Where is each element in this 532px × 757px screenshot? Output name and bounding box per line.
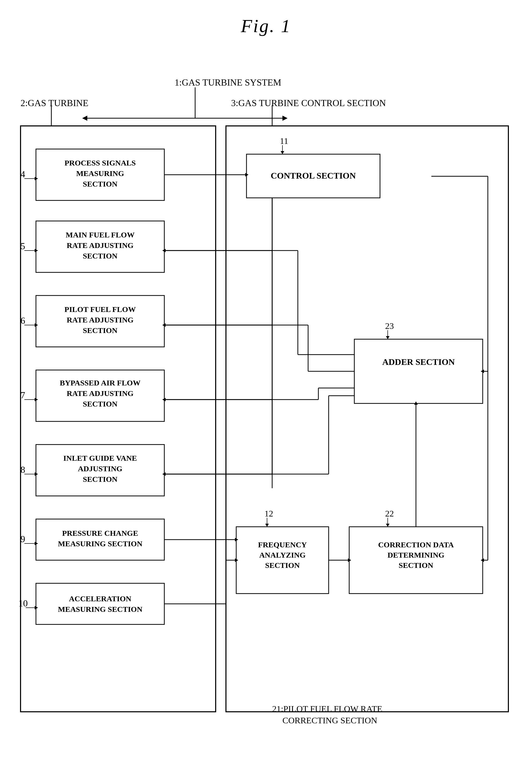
- svg-text:DETERMINING: DETERMINING: [387, 551, 444, 559]
- svg-text:SECTION: SECTION: [83, 475, 117, 483]
- svg-text:9: 9: [20, 534, 25, 544]
- svg-text:PROCESS SIGNALS: PROCESS SIGNALS: [65, 159, 136, 167]
- svg-text:22: 22: [385, 509, 394, 518]
- svg-text:6: 6: [20, 316, 25, 326]
- svg-text:CORRECTING SECTION: CORRECTING SECTION: [282, 716, 377, 725]
- svg-text:11: 11: [280, 136, 288, 146]
- svg-text:RATE ADJUSTING: RATE ADJUSTING: [67, 241, 133, 250]
- svg-marker-4: [282, 116, 288, 121]
- svg-rect-50: [236, 527, 329, 593]
- svg-text:RATE ADJUSTING: RATE ADJUSTING: [67, 389, 133, 398]
- svg-rect-54: [349, 527, 483, 593]
- svg-text:10: 10: [18, 598, 28, 609]
- svg-text:ANALYZING: ANALYZING: [259, 551, 306, 559]
- svg-text:PRESSURE CHANGE: PRESSURE CHANGE: [62, 529, 138, 537]
- svg-text:PILOT FUEL FLOW: PILOT FUEL FLOW: [65, 305, 136, 314]
- svg-rect-35: [36, 583, 164, 624]
- svg-rect-10: [226, 126, 508, 712]
- svg-text:4: 4: [20, 169, 25, 179]
- svg-text:RATE ADJUSTING: RATE ADJUSTING: [67, 316, 133, 324]
- svg-text:CONTROL SECTION: CONTROL SECTION: [271, 171, 356, 180]
- svg-text:12: 12: [265, 509, 273, 518]
- svg-marker-3: [82, 116, 87, 121]
- svg-text:5: 5: [20, 241, 25, 251]
- svg-text:SECTION: SECTION: [265, 561, 300, 569]
- svg-text:SECTION: SECTION: [399, 561, 433, 569]
- svg-text:ADJUSTING: ADJUSTING: [78, 464, 122, 473]
- svg-text:8: 8: [20, 465, 25, 475]
- svg-text:7: 7: [20, 390, 25, 400]
- diagram-svg: 4 5 6 7 8 9 10 11: [0, 0, 532, 757]
- svg-rect-46: [354, 339, 483, 404]
- svg-text:ACCELERATION: ACCELERATION: [69, 594, 131, 603]
- page: Fig. 1 1:GAS TURBINE SYSTEM 2:GAS TURBIN…: [0, 0, 532, 757]
- svg-text:SECTION: SECTION: [83, 400, 117, 408]
- svg-text:MEASURING SECTION: MEASURING SECTION: [58, 539, 143, 548]
- svg-text:INLET GUIDE VANE: INLET GUIDE VANE: [64, 454, 137, 462]
- svg-text:MEASURING: MEASURING: [76, 169, 124, 178]
- svg-text:SECTION: SECTION: [83, 252, 117, 260]
- svg-text:SECTION: SECTION: [83, 326, 117, 335]
- svg-text:21:PILOT FUEL FLOW RATE: 21:PILOT FUEL FLOW RATE: [272, 704, 382, 713]
- svg-text:MAIN FUEL FLOW: MAIN FUEL FLOW: [66, 230, 134, 239]
- svg-text:ADDER SECTION: ADDER SECTION: [382, 357, 455, 367]
- svg-text:MEASURING SECTION: MEASURING SECTION: [58, 605, 143, 613]
- svg-text:FREQUENCY: FREQUENCY: [258, 540, 307, 549]
- svg-text:CORRECTION DATA: CORRECTION DATA: [378, 540, 454, 549]
- svg-text:SECTION: SECTION: [83, 180, 117, 188]
- svg-text:BYPASSED AIR FLOW: BYPASSED AIR FLOW: [60, 378, 141, 387]
- svg-text:23: 23: [385, 321, 394, 331]
